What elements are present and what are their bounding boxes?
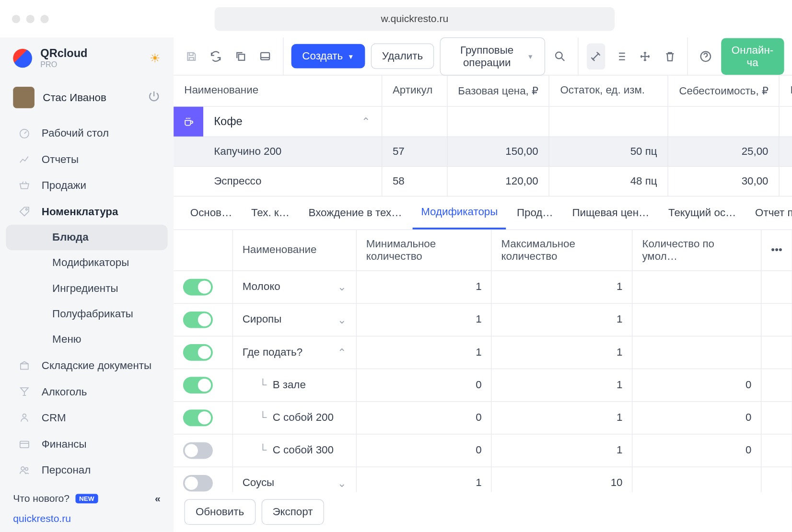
category-row[interactable]: Кофе⌃ bbox=[174, 106, 792, 137]
user-name: Стас Иванов bbox=[43, 91, 139, 104]
sidebar-sub-menu[interactable]: Меню bbox=[6, 327, 167, 352]
sidebar-sub-modifiers[interactable]: Модификаторы bbox=[6, 250, 167, 276]
collapse-sidebar-icon[interactable]: « bbox=[155, 493, 161, 505]
toggle-switch[interactable] bbox=[183, 474, 213, 491]
nav-label: Алкоголь bbox=[42, 385, 87, 398]
refresh-icon[interactable] bbox=[207, 43, 225, 69]
gauge-icon bbox=[18, 127, 31, 139]
traffic-lights bbox=[12, 14, 49, 23]
list-icon[interactable] bbox=[611, 43, 630, 69]
toggle-switch[interactable] bbox=[183, 278, 213, 295]
toggle-switch[interactable] bbox=[183, 344, 213, 360]
table-row[interactable]: Капучино 200 57 150,00 50 пц 25,00 bbox=[174, 137, 792, 166]
table-row[interactable]: Эспрессо 58 120,00 48 пц 30,00 bbox=[174, 166, 792, 196]
whats-new-link[interactable]: Что нового? NEW « bbox=[13, 493, 161, 505]
create-button[interactable]: Создать▼ bbox=[291, 44, 365, 69]
save-icon[interactable] bbox=[182, 43, 200, 69]
col-stock[interactable]: Остаток, ед. изм. bbox=[549, 75, 668, 106]
whats-new-label: Что нового? bbox=[13, 493, 70, 505]
chevron-icon[interactable]: ⌄ bbox=[338, 313, 347, 326]
tab-modifiers[interactable]: Модификаторы bbox=[413, 196, 506, 229]
mod-min: 0 bbox=[356, 369, 491, 401]
tab-tech-card[interactable]: Тех. к… bbox=[243, 197, 298, 229]
search-icon[interactable] bbox=[551, 43, 570, 69]
delete-button[interactable]: Удалить bbox=[371, 44, 434, 69]
export-button[interactable]: Экспорт bbox=[261, 499, 324, 525]
sidebar-item-alcohol[interactable]: Алкоголь bbox=[0, 379, 174, 405]
toolbar: Создать▼ Удалить Групповые операции▼ Онл… bbox=[174, 37, 792, 75]
mcol-def[interactable]: Количество по умол… bbox=[632, 230, 761, 270]
chevron-icon[interactable]: ⌃ bbox=[338, 346, 347, 359]
col-name[interactable]: Наименование bbox=[174, 75, 382, 106]
svg-point-6 bbox=[25, 468, 28, 471]
sidebar-sub-ingredients[interactable]: Ингредиенты bbox=[6, 276, 167, 301]
toggle-switch[interactable] bbox=[183, 409, 213, 426]
traffic-max-icon[interactable] bbox=[40, 14, 48, 23]
chevron-icon[interactable]: ⌄ bbox=[338, 476, 347, 489]
url-bar[interactable]: w.quickresto.ru bbox=[214, 7, 615, 31]
more-icon[interactable]: ••• bbox=[761, 230, 792, 270]
tab-current-stock[interactable]: Текущий ос… bbox=[660, 197, 745, 229]
power-icon[interactable] bbox=[148, 90, 161, 105]
toggle-switch[interactable] bbox=[183, 377, 213, 393]
chevron-icon[interactable]: ⌄ bbox=[338, 280, 347, 293]
sidebar-item-finance[interactable]: Финансы bbox=[0, 431, 174, 457]
traffic-min-icon[interactable] bbox=[26, 14, 35, 23]
mod-row[interactable]: └С собой 300 0 1 0 bbox=[174, 434, 792, 466]
group-ops-button[interactable]: Групповые операции▼ bbox=[440, 37, 545, 75]
mod-name-label: Соусы bbox=[243, 476, 274, 489]
mod-row[interactable]: Где подать?⌃ 1 1 bbox=[174, 336, 792, 369]
mod-row[interactable]: Соусы⌄ 1 10 bbox=[174, 466, 792, 492]
tab-nutrition[interactable]: Пищевая цен… bbox=[564, 197, 658, 229]
col-cost[interactable]: Себестоимость, ₽ bbox=[668, 75, 780, 106]
sidebar-sub-semis[interactable]: Полуфабрикаты bbox=[6, 301, 167, 327]
sidebar-item-nomenclature[interactable]: Номенклатура bbox=[0, 198, 174, 225]
col-markup[interactable]: Наце bbox=[780, 75, 792, 106]
tab-basic[interactable]: Основ… bbox=[182, 197, 240, 229]
cell-cost: 30,00 bbox=[668, 166, 780, 196]
chevron-up-icon[interactable]: ⌃ bbox=[362, 115, 382, 128]
col-sku[interactable]: Артикул bbox=[382, 75, 447, 106]
mod-row[interactable]: └С собой 200 0 1 0 bbox=[174, 401, 792, 434]
mcol-name[interactable]: Наименование bbox=[233, 230, 356, 270]
online-chat-button[interactable]: Онлайн-ча bbox=[721, 38, 784, 75]
mod-def bbox=[632, 303, 761, 335]
copy-icon[interactable] bbox=[231, 43, 250, 69]
trash-icon[interactable] bbox=[661, 43, 679, 69]
mod-row[interactable]: Молоко⌄ 1 1 bbox=[174, 270, 792, 303]
traffic-close-icon[interactable] bbox=[12, 14, 20, 23]
toggle-switch[interactable] bbox=[183, 442, 213, 459]
nav-label: Отчеты bbox=[42, 153, 79, 165]
sidebar-item-stock-docs[interactable]: Складские документы bbox=[0, 352, 174, 379]
sidebar-item-dashboard[interactable]: Рабочий стол bbox=[0, 120, 174, 146]
brand-sub: PRO bbox=[40, 60, 141, 69]
site-link[interactable]: quickresto.ru bbox=[13, 513, 161, 525]
mod-row[interactable]: Сиропы⌄ 1 1 bbox=[174, 303, 792, 335]
chart-icon bbox=[18, 153, 31, 166]
user-row[interactable]: Стас Иванов bbox=[0, 79, 174, 116]
tab-in-tech[interactable]: Вхождение в тех… bbox=[300, 197, 410, 229]
tag-icon bbox=[18, 205, 31, 218]
sidebar-item-sales[interactable]: Продажи bbox=[0, 173, 174, 199]
tab-movement[interactable]: Отчет по движ… bbox=[747, 197, 792, 229]
theme-toggle-icon[interactable]: ☀ bbox=[150, 51, 160, 65]
mod-min: 1 bbox=[356, 466, 491, 492]
sidebar-item-crm[interactable]: CRM bbox=[0, 405, 174, 431]
toggle-switch[interactable] bbox=[183, 311, 213, 328]
tools-icon[interactable] bbox=[587, 43, 606, 69]
col-price[interactable]: Базовая цена, ₽ bbox=[447, 75, 549, 106]
mod-name-label: С собой 300 bbox=[273, 444, 334, 456]
sidebar-sub-dishes[interactable]: Блюда bbox=[6, 225, 167, 250]
sidebar-item-personnel[interactable]: Персонал bbox=[0, 457, 174, 484]
mcol-min[interactable]: Минимальное количество bbox=[356, 230, 491, 270]
sidebar-item-reports[interactable]: Отчеты bbox=[0, 146, 174, 173]
mod-row[interactable]: └В зале 0 1 0 bbox=[174, 369, 792, 401]
refresh-button[interactable]: Обновить bbox=[184, 499, 255, 525]
screen-icon[interactable] bbox=[256, 43, 274, 69]
mod-def bbox=[632, 466, 761, 492]
mcol-max[interactable]: Максимальное количество bbox=[491, 230, 632, 270]
detail-tabs: Основ… Тех. к… Вхождение в тех… Модифика… bbox=[174, 197, 792, 230]
move-icon[interactable] bbox=[636, 43, 654, 69]
help-icon[interactable] bbox=[696, 43, 715, 69]
tab-sales[interactable]: Прод… bbox=[509, 197, 561, 229]
